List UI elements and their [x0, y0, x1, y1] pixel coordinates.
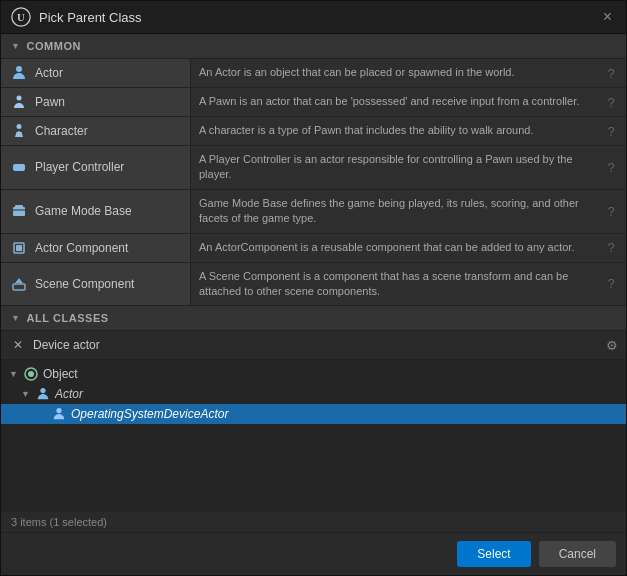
- actor-button[interactable]: Actor: [1, 59, 191, 87]
- actor-component-button[interactable]: Actor Component: [1, 234, 191, 262]
- object-expand-chevron-icon: ▼: [9, 369, 19, 379]
- all-classes-section-header: ▼ ALL CLASSES: [1, 306, 626, 331]
- svg-text:U: U: [17, 11, 25, 23]
- ue-logo-icon: U: [11, 7, 31, 27]
- player-controller-help-icon[interactable]: ?: [596, 146, 626, 189]
- search-input[interactable]: [33, 338, 600, 352]
- actor-tree-icon: [35, 387, 51, 401]
- pawn-label: Pawn: [35, 95, 65, 109]
- tree-item-device-actor-label: OperatingSystemDeviceActor: [71, 407, 228, 421]
- scene-component-button[interactable]: Scene Component: [1, 263, 191, 306]
- scene-component-description: A Scene Component is a component that ha…: [191, 263, 596, 306]
- svg-marker-20: [15, 278, 23, 283]
- svg-rect-4: [17, 105, 21, 107]
- pawn-description: A Pawn is an actor that can be 'possesse…: [191, 88, 596, 116]
- actor-component-icon: [9, 240, 29, 256]
- list-item[interactable]: Character A character is a type of Pawn …: [1, 117, 626, 146]
- dialog-title: Pick Parent Class: [39, 10, 142, 25]
- game-mode-base-icon: [9, 203, 29, 219]
- player-controller-button[interactable]: Player Controller: [1, 146, 191, 189]
- pawn-button[interactable]: Pawn: [1, 88, 191, 116]
- class-tree: ▼ Object ▼ Actor OperatingS: [1, 360, 626, 511]
- list-item[interactable]: Scene Component A Scene Component is a c…: [1, 263, 626, 307]
- svg-point-5: [17, 124, 22, 129]
- common-chevron-icon: ▼: [11, 41, 20, 51]
- actor-icon: [9, 65, 29, 81]
- game-mode-base-button[interactable]: Game Mode Base: [1, 190, 191, 233]
- title-bar: U Pick Parent Class ×: [1, 1, 626, 34]
- svg-point-24: [56, 408, 61, 413]
- svg-rect-11: [14, 167, 16, 169]
- pawn-icon: [9, 94, 29, 110]
- svg-point-22: [28, 371, 34, 377]
- actor-component-label: Actor Component: [35, 241, 128, 255]
- list-item[interactable]: Actor Component An ActorComponent is a r…: [1, 234, 626, 263]
- list-item[interactable]: Player Controller A Player Controller is…: [1, 146, 626, 190]
- player-controller-label: Player Controller: [35, 160, 124, 174]
- svg-point-3: [17, 96, 22, 101]
- list-item[interactable]: Game Mode Base Game Mode Base defines th…: [1, 190, 626, 234]
- svg-point-12: [21, 166, 23, 168]
- tree-item-object[interactable]: ▼ Object: [1, 364, 626, 384]
- list-item[interactable]: Actor An Actor is an object that can be …: [1, 59, 626, 88]
- game-mode-base-description: Game Mode Base defines the game being pl…: [191, 190, 596, 233]
- common-section-label: COMMON: [26, 40, 81, 52]
- tree-item-operating-system-device-actor[interactable]: OperatingSystemDeviceActor: [1, 404, 626, 424]
- tree-item-object-label: Object: [43, 367, 78, 381]
- all-classes-section-label: ALL CLASSES: [26, 312, 108, 324]
- object-tree-icon: [23, 367, 39, 381]
- svg-rect-9: [15, 168, 17, 170]
- svg-rect-18: [16, 245, 22, 251]
- title-bar-left: U Pick Parent Class: [11, 7, 142, 27]
- scene-component-icon: [9, 276, 29, 292]
- actor-help-icon[interactable]: ?: [596, 59, 626, 87]
- game-mode-base-label: Game Mode Base: [35, 204, 132, 218]
- svg-rect-10: [17, 167, 19, 169]
- svg-point-13: [21, 168, 23, 170]
- actor-label: Actor: [35, 66, 63, 80]
- character-icon: [9, 123, 29, 139]
- actor-tree-expand-chevron-icon: ▼: [21, 389, 31, 399]
- all-classes-chevron-icon: ▼: [11, 313, 20, 323]
- search-settings-button[interactable]: ⚙: [606, 338, 618, 353]
- cancel-button[interactable]: Cancel: [539, 541, 616, 567]
- search-clear-button[interactable]: ✕: [9, 336, 27, 354]
- character-button[interactable]: Character: [1, 117, 191, 145]
- footer-buttons: Select Cancel: [1, 532, 626, 575]
- search-row: ✕ ⚙: [1, 331, 626, 360]
- svg-rect-19: [13, 284, 25, 290]
- select-button[interactable]: Select: [457, 541, 530, 567]
- game-mode-base-help-icon[interactable]: ?: [596, 190, 626, 233]
- svg-rect-15: [15, 205, 23, 208]
- pawn-help-icon[interactable]: ?: [596, 88, 626, 116]
- list-item[interactable]: Pawn A Pawn is an actor that can be 'pos…: [1, 88, 626, 117]
- status-text: 3 items (1 selected): [11, 516, 107, 528]
- svg-point-2: [16, 66, 22, 72]
- common-section-header: ▼ COMMON: [1, 34, 626, 59]
- character-help-icon[interactable]: ?: [596, 117, 626, 145]
- all-classes-section: ▼ ALL CLASSES ✕ ⚙ ▼ Object ▼: [1, 306, 626, 575]
- player-controller-icon: [9, 159, 29, 175]
- tree-item-actor-label: Actor: [55, 387, 83, 401]
- scene-component-label: Scene Component: [35, 277, 134, 291]
- tree-item-actor[interactable]: ▼ Actor: [1, 384, 626, 404]
- scene-component-help-icon[interactable]: ?: [596, 263, 626, 306]
- character-label: Character: [35, 124, 88, 138]
- actor-description: An Actor is an object that can be placed…: [191, 59, 596, 87]
- pick-parent-class-dialog: U Pick Parent Class × ▼ COMMON Actor An …: [0, 0, 627, 576]
- close-button[interactable]: ×: [599, 9, 616, 25]
- player-controller-description: A Player Controller is an actor responsi…: [191, 146, 596, 189]
- character-description: A character is a type of Pawn that inclu…: [191, 117, 596, 145]
- device-actor-tree-icon: [51, 407, 67, 421]
- common-class-list: Actor An Actor is an object that can be …: [1, 59, 626, 306]
- svg-point-23: [40, 388, 45, 393]
- status-bar: 3 items (1 selected): [1, 511, 626, 532]
- actor-component-description: An ActorComponent is a reusable componen…: [191, 234, 596, 262]
- actor-component-help-icon[interactable]: ?: [596, 234, 626, 262]
- svg-rect-14: [13, 207, 25, 216]
